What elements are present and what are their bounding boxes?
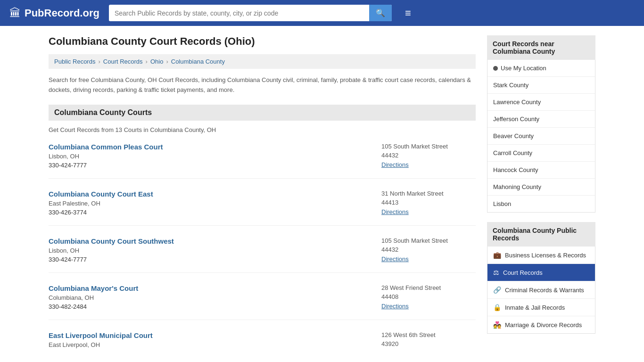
record-label-0: Business Licenses & Records xyxy=(505,252,586,259)
court-entry: Columbiana County Court Southwest Lisbon… xyxy=(49,237,476,273)
breadcrumb-sep-1: › xyxy=(98,58,100,65)
records-title: Columbiana County Public Records xyxy=(487,222,595,247)
court-entry: East Liverpool Municipal Court East Live… xyxy=(49,331,476,360)
court-address-2: 105 South Market Street xyxy=(381,237,476,244)
breadcrumb: Public Records › Court Records › Ohio › … xyxy=(49,54,476,69)
nearby-item-1[interactable]: Mahoning County xyxy=(487,179,595,196)
record-icon-0: 💼 xyxy=(493,251,501,259)
court-right-1: 31 North Market Street 44413 Directions xyxy=(381,190,476,216)
breadcrumb-sep-3: › xyxy=(166,58,168,65)
breadcrumb-court-records[interactable]: Court Records xyxy=(103,58,143,65)
court-phone-2: 330-424-7777 xyxy=(49,256,174,263)
court-address-0: 105 South Market Street xyxy=(381,143,476,150)
search-icon: 🔍 xyxy=(376,9,385,17)
breadcrumb-ohio[interactable]: Ohio xyxy=(150,58,163,65)
court-right-4: 126 West 6th Street 43920 xyxy=(381,331,476,350)
court-name-4[interactable]: East Liverpool Municipal Court xyxy=(49,331,153,339)
court-phone-0: 330-424-7777 xyxy=(49,162,163,169)
location-dot-icon xyxy=(493,66,498,71)
section-sub: Get Court Records from 13 Courts in Colu… xyxy=(49,126,476,133)
court-zip-3: 44408 xyxy=(381,293,476,300)
record-label-3: Inmate & Jail Records xyxy=(505,304,565,311)
court-left-0: Columbiana Common Pleas Court Lisbon, OH… xyxy=(49,143,163,169)
record-icon-3: 🔒 xyxy=(493,304,501,311)
directions-link-3[interactable]: Directions xyxy=(381,303,409,310)
court-zip-4: 43920 xyxy=(381,340,476,347)
main-container: Columbiana County Court Records (Ohio) P… xyxy=(39,26,605,362)
record-item-4[interactable]: 💑 Marriage & Divorce Records xyxy=(487,316,595,333)
court-address-1: 31 North Market Street xyxy=(381,190,476,197)
sidebar: Court Records near Columbiana County Use… xyxy=(487,35,595,362)
use-location-label: Use My Location xyxy=(501,65,546,72)
nearby-title: Court Records near Columbiana County xyxy=(487,35,595,60)
section-header: Columbiana County Courts xyxy=(49,105,476,121)
court-name-2[interactable]: Columbiana County Court Southwest xyxy=(49,237,174,245)
page-title: Columbiana County Court Records (Ohio) xyxy=(49,35,476,48)
page-description: Search for free Columbiana County, OH Co… xyxy=(49,75,476,95)
record-icon-2: 🔗 xyxy=(493,286,501,294)
court-city-1: East Palestine, OH xyxy=(49,200,153,207)
nearby-item-2[interactable]: Hancock County xyxy=(487,162,595,179)
record-item-0[interactable]: 💼 Business Licenses & Records xyxy=(487,247,595,264)
court-name-0[interactable]: Columbiana Common Pleas Court xyxy=(49,143,163,151)
directions-link-1[interactable]: Directions xyxy=(381,208,409,215)
nearby-item-6[interactable]: Lawrence County xyxy=(487,94,595,111)
court-left-4: East Liverpool Municipal Court East Live… xyxy=(49,331,153,350)
court-left-1: Columbiana County Court East East Palest… xyxy=(49,190,153,216)
breadcrumb-public-records[interactable]: Public Records xyxy=(54,58,95,65)
nearby-list: Use My Location Stark CountyLawrence Cou… xyxy=(487,60,595,213)
site-logo[interactable]: 🏛 PubRecord.org xyxy=(9,7,99,20)
search-button[interactable]: 🔍 xyxy=(369,5,392,21)
record-label-4: Marriage & Divorce Records xyxy=(505,321,582,329)
court-right-0: 105 South Market Street 44432 Directions xyxy=(381,143,476,169)
nearby-item-0[interactable]: Lisbon xyxy=(487,196,595,212)
court-right-2: 105 South Market Street 44432 Directions xyxy=(381,237,476,263)
record-label-1: Court Records xyxy=(503,269,543,276)
court-phone-1: 330-426-3774 xyxy=(49,209,153,216)
court-phone-3: 330-482-2484 xyxy=(49,303,138,310)
court-address-3: 28 West Friend Street xyxy=(381,284,476,291)
record-icon-4: 💑 xyxy=(493,321,501,329)
record-item-3[interactable]: 🔒 Inmate & Jail Records xyxy=(487,299,595,316)
court-left-2: Columbiana County Court Southwest Lisbon… xyxy=(49,237,174,263)
court-address-4: 126 West 6th Street xyxy=(381,331,476,338)
court-right-3: 28 West Friend Street 44408 Directions xyxy=(381,284,476,310)
search-input[interactable] xyxy=(109,6,369,21)
record-icon-1: ⚖ xyxy=(493,269,499,276)
record-item-2[interactable]: 🔗 Criminal Records & Warrants xyxy=(487,281,595,299)
court-entry: Columbiana Mayor's Court Columbiana, OH … xyxy=(49,284,476,320)
menu-button[interactable]: ≡ xyxy=(401,5,415,21)
court-zip-0: 44432 xyxy=(381,152,476,159)
courts-list: Columbiana Common Pleas Court Lisbon, OH… xyxy=(49,143,476,360)
breadcrumb-sep-2: › xyxy=(146,58,148,65)
court-zip-1: 44413 xyxy=(381,199,476,206)
court-entry: Columbiana Common Pleas Court Lisbon, OH… xyxy=(49,143,476,179)
site-header: 🏛 PubRecord.org 🔍 ≡ xyxy=(0,0,644,26)
court-entry: Columbiana County Court East East Palest… xyxy=(49,190,476,226)
nearby-item-3[interactable]: Carroll County xyxy=(487,145,595,162)
record-label-2: Criminal Records & Warrants xyxy=(505,287,584,294)
menu-icon: ≡ xyxy=(405,7,411,19)
court-city-4: East Liverpool, OH xyxy=(49,341,153,348)
court-zip-2: 44432 xyxy=(381,246,476,253)
court-name-1[interactable]: Columbiana County Court East xyxy=(49,190,153,198)
court-name-3[interactable]: Columbiana Mayor's Court xyxy=(49,284,138,292)
court-city-3: Columbiana, OH xyxy=(49,294,138,301)
court-city-0: Lisbon, OH xyxy=(49,153,163,160)
records-list: 💼 Business Licenses & Records ⚖ Court Re… xyxy=(487,247,595,334)
search-bar: 🔍 xyxy=(109,5,392,21)
logo-text: PubRecord.org xyxy=(25,7,99,19)
use-location-item[interactable]: Use My Location xyxy=(487,60,595,77)
directions-link-2[interactable]: Directions xyxy=(381,255,409,263)
court-left-3: Columbiana Mayor's Court Columbiana, OH … xyxy=(49,284,138,310)
logo-icon: 🏛 xyxy=(9,7,21,20)
directions-link-0[interactable]: Directions xyxy=(381,161,409,168)
court-city-2: Lisbon, OH xyxy=(49,247,174,254)
content-area: Columbiana County Court Records (Ohio) P… xyxy=(49,35,476,362)
nearby-item-5[interactable]: Jefferson County xyxy=(487,111,595,128)
record-item-1[interactable]: ⚖ Court Records xyxy=(487,264,595,281)
nearby-item-7[interactable]: Stark County xyxy=(487,77,595,94)
nearby-item-4[interactable]: Beaver County xyxy=(487,128,595,145)
breadcrumb-columbiana[interactable]: Columbiana County xyxy=(171,58,225,65)
